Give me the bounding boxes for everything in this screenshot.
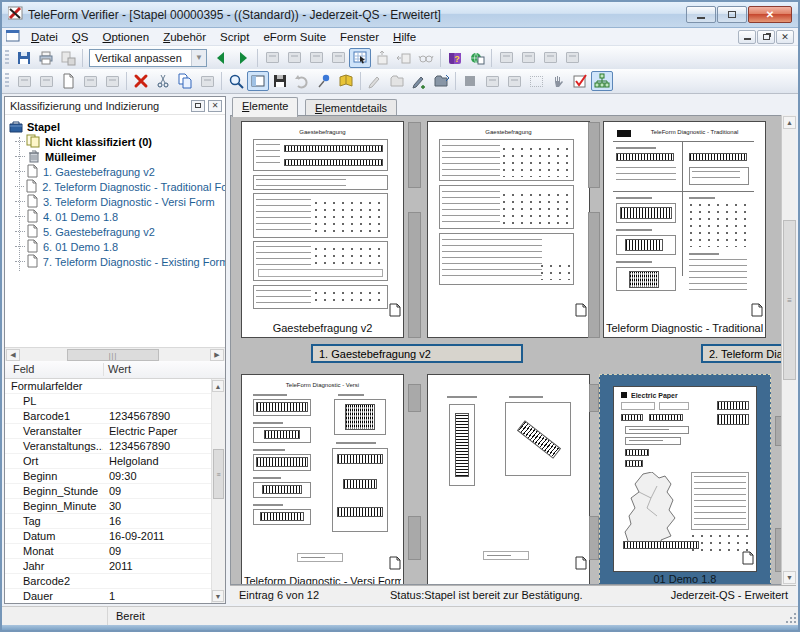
- zoom-button[interactable]: [225, 71, 247, 91]
- mdi-minimize-button[interactable]: [738, 30, 756, 44]
- page-icon: [389, 303, 401, 321]
- fit-mode-select[interactable]: Vertikal anpassen ▼: [89, 49, 207, 67]
- resize-grip[interactable]: [784, 611, 796, 623]
- fields-header[interactable]: Feld Wert: [5, 361, 225, 379]
- field-row-veranstalter[interactable]: VeranstalterElectric Paper: [5, 424, 211, 439]
- save-image-button[interactable]: [269, 71, 291, 91]
- select-mode-button[interactable]: [349, 48, 371, 68]
- thumbnail-rotated-barcodes[interactable]: [427, 374, 590, 585]
- field-row-datum[interactable]: Datum16-09-2011: [5, 529, 211, 544]
- field-row-monat[interactable]: Monat09: [5, 544, 211, 559]
- thumbnail-demo-selected[interactable]: Electric Paper: [599, 374, 771, 585]
- page-icon: [25, 179, 38, 195]
- menu-zubehoer[interactable]: Zubehör: [156, 30, 213, 44]
- menu-hilfe[interactable]: Hilfe: [386, 30, 423, 44]
- workspace: Klassifizierung und Indizierung ✕ Stapel…: [2, 94, 798, 606]
- scrollbar-thumb[interactable]: ≡: [783, 220, 796, 380]
- tree-item-form-6[interactable]: 6. 01 Demo 1.8: [5, 239, 225, 254]
- tab-elemente[interactable]: Elemente: [232, 97, 298, 117]
- field-row-beginn-stunde[interactable]: Beginn_Stunde09: [5, 484, 211, 499]
- scrollbar-thumb[interactable]: ≡: [213, 449, 224, 499]
- field-row-ort[interactable]: OrtHelgoland: [5, 454, 211, 469]
- menu-script[interactable]: Script: [213, 30, 256, 44]
- field-row-jahr[interactable]: Jahr2011: [5, 559, 211, 574]
- pin-button[interactable]: [313, 71, 335, 91]
- fields-vertical-scrollbar[interactable]: ▲ ≡ ▼: [211, 379, 225, 603]
- tree-item-form-2[interactable]: 2. Teleform Diagnostic - Traditional For…: [5, 179, 225, 194]
- thumbnail-gaestebefragung-p1[interactable]: Gaestebefragung: [241, 121, 404, 338]
- export-button: [13, 71, 35, 91]
- thumbnail-demo-page[interactable]: Electric Paper: [613, 386, 757, 572]
- elements-scrollbar[interactable]: ▲ ≡ ▼: [781, 115, 796, 585]
- delete-button[interactable]: [130, 71, 152, 91]
- layout-toggle-button[interactable]: [247, 71, 269, 91]
- thumbnail-gaestebefragung-p2[interactable]: Gaestebefragung: [427, 121, 590, 338]
- tree-horizontal-scrollbar[interactable]: ◀ ||| ▶: [5, 347, 225, 361]
- field-row-pl[interactable]: PL: [5, 394, 211, 409]
- close-button[interactable]: ✕: [748, 6, 792, 23]
- toolbar-grip[interactable]: [5, 50, 9, 66]
- scroll-up-icon[interactable]: ▲: [783, 116, 796, 129]
- mdi-close-button[interactable]: ✕: [776, 30, 794, 44]
- group-label-1[interactable]: 1. Gaestebefragung v2: [311, 344, 523, 363]
- field-row-barcode1[interactable]: Barcode11234567890: [5, 409, 211, 424]
- scroll-down-icon[interactable]: ▼: [212, 590, 224, 602]
- tree-item-form-4[interactable]: 4. 01 Demo 1.8: [5, 209, 225, 224]
- menu-optionen[interactable]: Optionen: [95, 30, 156, 44]
- sign-add-button[interactable]: [408, 71, 430, 91]
- thumbnail-traditional-form[interactable]: TeleForm Diagnostic - Traditional: [603, 121, 766, 338]
- column-value[interactable]: Wert: [108, 363, 131, 375]
- field-group-row[interactable]: Formularfelder: [5, 379, 211, 394]
- print-button[interactable]: [35, 48, 57, 68]
- maximize-button[interactable]: [717, 6, 747, 23]
- field-row-tag[interactable]: Tag16: [5, 514, 211, 529]
- tree-item-form-3[interactable]: 3. Teleform Diagnostic - Versi Form: [5, 194, 225, 209]
- menu-fenster[interactable]: Fenster: [333, 30, 386, 44]
- column-field[interactable]: Feld: [13, 363, 34, 375]
- cut-button[interactable]: [152, 71, 174, 91]
- undo-button: [291, 71, 313, 91]
- mdi-restore-button[interactable]: [757, 30, 775, 44]
- float-panel-button[interactable]: [191, 100, 205, 112]
- folder-out-button[interactable]: [430, 71, 452, 91]
- field-row-beginn[interactable]: Beginn09:30: [5, 469, 211, 484]
- tree-item-stapel[interactable]: Stapel: [5, 119, 225, 134]
- save-button[interactable]: [13, 48, 35, 68]
- tree-item-form-1[interactable]: 1. Gaestebefragung v2: [5, 164, 225, 179]
- close-panel-button[interactable]: ✕: [208, 100, 222, 112]
- scrollbar-thumb[interactable]: |||: [67, 349, 159, 361]
- tree-item-form-7[interactable]: 7. Teleform Diagnostic - Existing Form: [5, 254, 225, 269]
- new-page-button[interactable]: [57, 71, 79, 91]
- tree-view-button[interactable]: [591, 71, 613, 91]
- chevron-down-icon[interactable]: ▼: [191, 50, 206, 66]
- verify-check-button[interactable]: [569, 71, 591, 91]
- previous-button[interactable]: [210, 48, 232, 68]
- notes-button[interactable]: [335, 71, 357, 91]
- scroll-up-icon[interactable]: ▲: [212, 380, 224, 392]
- selection-box-button: [525, 71, 547, 91]
- web-form-button[interactable]: [466, 48, 488, 68]
- tree-item-form-5[interactable]: 5. Gaestebefragung v2: [5, 224, 225, 239]
- field-row-beginn-minute[interactable]: Beginn_Minute30: [5, 499, 211, 514]
- fill-square-button[interactable]: [459, 71, 481, 91]
- minimize-button[interactable]: [686, 6, 716, 23]
- thumbnail-versi-form[interactable]: TeleForm Diagnostic - Versi: [241, 374, 404, 585]
- field-row-dauer[interactable]: Dauer1: [5, 589, 211, 603]
- menu-qs[interactable]: QS: [65, 30, 96, 44]
- field-row-veranstaltungs[interactable]: Veranstaltungs...1234567890: [5, 439, 211, 454]
- copy-button[interactable]: [174, 71, 196, 91]
- menu-eform-suite[interactable]: eForm Suite: [256, 30, 333, 44]
- ocr-page-button: [495, 48, 517, 68]
- tree-item-nicht-klassifiziert[interactable]: Nicht klassifiziert (0): [5, 134, 225, 149]
- scroll-right-icon[interactable]: ▶: [210, 349, 224, 361]
- help-button[interactable]: ?: [444, 48, 466, 68]
- field-row-barcode2[interactable]: Barcode2: [5, 574, 211, 589]
- scroll-down-icon[interactable]: ▼: [783, 571, 796, 584]
- mdi-child-icon[interactable]: [6, 28, 20, 46]
- next-button[interactable]: [232, 48, 254, 68]
- scroll-left-icon[interactable]: ◀: [6, 349, 20, 361]
- thumbnail-caption: Teleform Diagnostic - Versi Form: [244, 575, 401, 585]
- menu-datei[interactable]: Datei: [24, 30, 65, 44]
- toolbar-grip[interactable]: [5, 73, 9, 89]
- tree-item-muelleimer[interactable]: Mülleimer: [5, 149, 225, 164]
